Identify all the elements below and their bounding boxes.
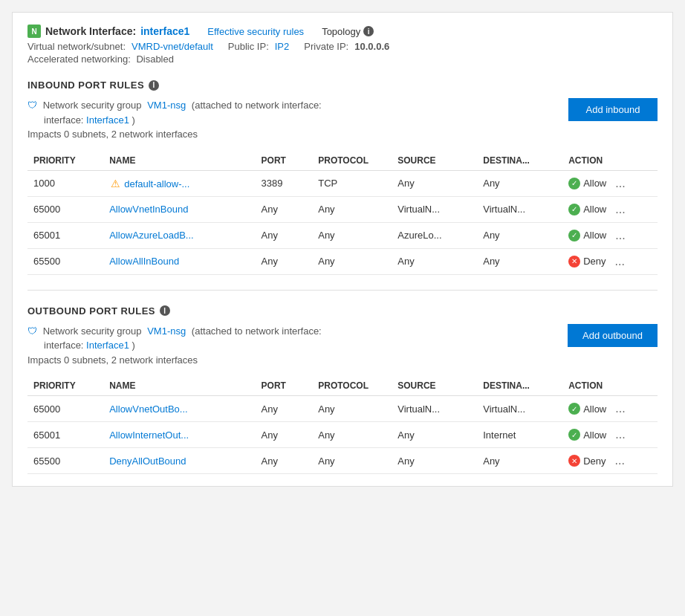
inbound-col-protocol: PROTOCOL <box>312 151 392 171</box>
public-ip-label: Public IP: <box>228 41 269 52</box>
effective-security-rules-link[interactable]: Effective security rules <box>207 26 304 37</box>
interface-label: Network Interface: <box>45 25 136 37</box>
priority-cell: 65001 <box>27 422 103 448</box>
rule-name-link[interactable]: default-allow-... <box>124 178 189 189</box>
inbound-title: INBOUND PORT RULES i <box>27 80 159 91</box>
outbound-nsg-interface-link[interactable]: Interface1 <box>86 340 129 351</box>
accelerated-label: Accelerated networking: <box>27 54 131 65</box>
protocol-cell: Any <box>312 396 392 422</box>
table-row[interactable]: 1000⚠default-allow-...3389TCPAnyAny✓Allo… <box>27 170 658 196</box>
inbound-nsg-part3: ) <box>132 114 135 126</box>
outbound-col-protocol: PROTOCOL <box>312 376 392 396</box>
row-menu-button[interactable]: ... <box>612 428 628 441</box>
inbound-nsg-interface-link[interactable]: Interface1 <box>86 114 129 126</box>
table-row[interactable]: 65500AllowAllInBoundAnyAnyAnyAny✕Deny... <box>27 248 658 274</box>
table-row[interactable]: 65500DenyAllOutBoundAnyAnyAnyAny✕Deny... <box>27 448 658 474</box>
protocol-cell: Any <box>312 196 392 222</box>
inbound-info-icon[interactable]: i <box>149 80 159 91</box>
interface-name-link[interactable]: interface1 <box>140 25 189 37</box>
table-row[interactable]: 65001AllowAzureLoadB...AnyAnyAzureLo...A… <box>27 222 658 248</box>
deny-icon: ✕ <box>568 256 580 268</box>
outbound-nsg-text: 🛡 Network security group VM1-nsg (attach… <box>27 324 322 368</box>
allow-icon: ✓ <box>568 204 580 215</box>
inbound-nsg-name-link[interactable]: VM1-nsg <box>147 100 186 111</box>
table-row[interactable]: 65000AllowVnetInBoundAnyAnyVirtualN...Vi… <box>27 196 658 222</box>
row-menu-button[interactable]: ... <box>612 177 628 190</box>
port-cell: Any <box>256 422 313 448</box>
priority-cell: 65500 <box>27 448 103 474</box>
protocol-cell: Any <box>312 222 392 248</box>
name-cell: DenyAllOutBound <box>103 448 255 474</box>
row-menu-button[interactable]: ... <box>612 454 628 467</box>
action-cell: ✓Allow... <box>562 396 658 422</box>
name-cell: AllowAzureLoadB... <box>103 222 255 248</box>
destination-cell: Any <box>477 170 562 196</box>
public-ip-link[interactable]: IP2 <box>275 41 290 52</box>
header-row2: Virtual network/subnet: VMRD-vnet/defaul… <box>27 41 658 52</box>
inbound-nsg-part1: Network security group <box>43 100 142 111</box>
outbound-info-icon[interactable]: i <box>160 305 170 316</box>
outbound-nsg-info: 🛡 Network security group VM1-nsg (attach… <box>27 324 658 368</box>
priority-cell: 65500 <box>27 248 103 274</box>
port-cell: Any <box>256 222 313 248</box>
outbound-shield-icon: 🛡 <box>27 325 37 337</box>
inbound-shield-icon: 🛡 <box>27 100 37 111</box>
row-menu-button[interactable]: ... <box>612 255 628 268</box>
outbound-col-dest: DESTINA... <box>477 376 562 396</box>
source-cell: Any <box>392 248 477 274</box>
row-menu-button[interactable]: ... <box>612 402 628 415</box>
action-cell: ✓Allow... <box>562 170 658 196</box>
topology-label: Topology <box>322 26 360 37</box>
vnet-label: Virtual network/subnet: <box>27 41 126 52</box>
name-cell: AllowAllInBound <box>103 248 255 274</box>
inbound-col-name: NAME <box>103 151 255 171</box>
action-label: Deny <box>583 455 606 467</box>
name-cell: ⚠default-allow-... <box>103 170 255 196</box>
source-cell: Any <box>392 448 477 474</box>
inbound-col-dest: DESTINA... <box>477 151 562 171</box>
destination-cell: VirtualN... <box>477 196 562 222</box>
port-cell: Any <box>256 196 313 222</box>
outbound-col-priority: PRIORITY <box>27 376 103 396</box>
protocol-cell: Any <box>312 448 392 474</box>
rule-name-link[interactable]: AllowAllInBound <box>109 256 179 267</box>
rule-name-link[interactable]: DenyAllOutBound <box>109 455 186 467</box>
protocol-cell: Any <box>312 422 392 448</box>
action-label: Allow <box>583 429 606 441</box>
allow-icon: ✓ <box>568 178 580 189</box>
table-row[interactable]: 65000AllowVnetOutBo...AnyAnyVirtualN...V… <box>27 396 658 422</box>
destination-cell: VirtualN... <box>477 396 562 422</box>
action-cell: ✓Allow... <box>562 422 658 448</box>
action-label: Allow <box>583 230 606 241</box>
outbound-nsg-name-link[interactable]: VM1-nsg <box>147 325 186 337</box>
add-outbound-button[interactable]: Add outbound <box>568 324 658 347</box>
priority-cell: 1000 <box>27 170 103 196</box>
name-cell: AllowInternetOut... <box>103 422 255 448</box>
rule-name-link[interactable]: AllowInternetOut... <box>109 429 189 441</box>
priority-cell: 65001 <box>27 222 103 248</box>
name-cell: AllowVnetInBound <box>103 196 255 222</box>
warning-icon: ⚠ <box>109 178 121 189</box>
rule-name-link[interactable]: AllowAzureLoadB... <box>109 230 193 241</box>
outbound-title: OUTBOUND PORT RULES i <box>27 305 170 317</box>
protocol-cell: Any <box>312 248 392 274</box>
inbound-table-header: PRIORITY NAME PORT PROTOCOL SOURCE DESTI… <box>27 151 658 171</box>
rule-name-link[interactable]: AllowVnetInBound <box>109 204 188 215</box>
add-inbound-button[interactable]: Add inbound <box>568 98 658 121</box>
inbound-title-text: INBOUND PORT RULES <box>27 80 144 91</box>
action-cell: ✓Allow... <box>562 222 658 248</box>
outbound-col-name: NAME <box>103 376 255 396</box>
rule-name-link[interactable]: AllowVnetOutBo... <box>109 403 188 415</box>
section-divider <box>27 290 658 291</box>
outbound-section-header: OUTBOUND PORT RULES i <box>27 305 658 317</box>
outbound-section: OUTBOUND PORT RULES i 🛡 Network security… <box>27 305 658 475</box>
topology-info-icon[interactable]: i <box>363 26 374 36</box>
priority-cell: 65000 <box>27 196 103 222</box>
row-menu-button[interactable]: ... <box>612 203 628 216</box>
source-cell: VirtualN... <box>392 196 477 222</box>
port-cell: Any <box>256 248 313 274</box>
vnet-name-link[interactable]: VMRD-vnet/default <box>132 41 213 52</box>
outbound-nsg-interface-label: interface: <box>44 340 86 351</box>
row-menu-button[interactable]: ... <box>612 229 628 242</box>
table-row[interactable]: 65001AllowInternetOut...AnyAnyAnyInterne… <box>27 422 658 448</box>
